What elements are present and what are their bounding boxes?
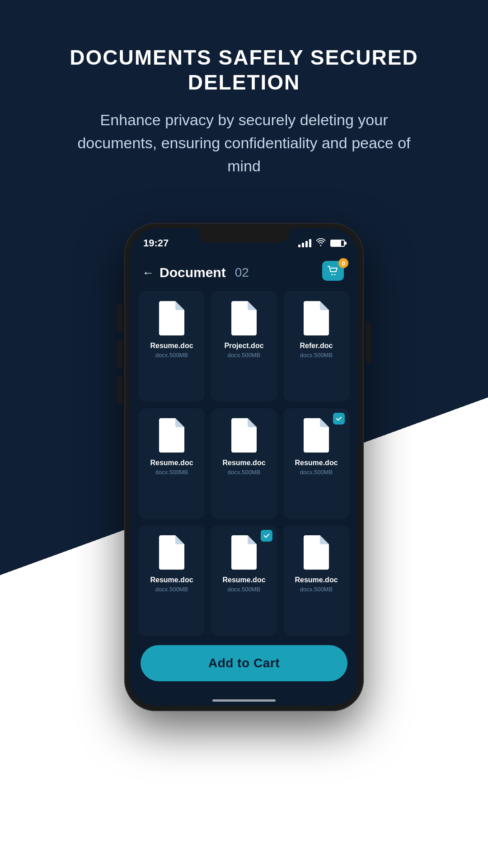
file-icon (302, 301, 331, 335)
status-icons (298, 238, 345, 249)
phone-outer: 19:27 (124, 223, 364, 711)
doc-name: Resume.doc (295, 576, 338, 584)
home-bar (212, 699, 276, 702)
doc-name: Resume.doc (222, 459, 265, 467)
battery-icon (330, 240, 345, 247)
doc-meta: docx.500MB (300, 586, 333, 593)
file-icon (230, 418, 258, 453)
cart-badge: 0 (338, 258, 348, 268)
home-indicator (130, 695, 358, 706)
check-badge (261, 530, 272, 542)
doc-card-1[interactable]: Resume.doc docx.500MB (139, 291, 205, 402)
doc-card-3[interactable]: Refer.doc docx.500MB (283, 291, 349, 402)
doc-card-9[interactable]: Resume.doc docx.500MB (283, 525, 349, 636)
doc-name: Project.doc (224, 342, 263, 350)
file-icon (302, 418, 331, 453)
doc-name: Refer.doc (300, 342, 333, 350)
signal-icon (298, 239, 311, 247)
add-to-cart-wrapper: Add to Cart (130, 636, 358, 695)
page-title: DOCUMENTS SAFELY SECURED DELETION (36, 45, 452, 95)
page-subtitle: Enhance privacy by securely deleting you… (59, 108, 429, 178)
status-time: 19:27 (143, 237, 169, 249)
app-header-left: ← Document 02 (142, 265, 249, 280)
file-icon (157, 535, 186, 570)
doc-name: Resume.doc (150, 459, 193, 467)
svg-point-0 (332, 274, 333, 275)
doc-card-5[interactable]: Resume.doc docx.500MB (211, 408, 277, 519)
doc-meta: docx.500MB (228, 586, 260, 593)
document-title: Document (160, 265, 226, 280)
wifi-icon (316, 238, 326, 249)
doc-meta: docx.500MB (300, 469, 333, 476)
doc-name: Resume.doc (150, 576, 193, 584)
doc-name: Resume.doc (150, 342, 193, 350)
svg-point-1 (334, 274, 336, 275)
doc-name: Resume.doc (295, 459, 338, 467)
doc-name: Resume.doc (222, 576, 265, 584)
back-arrow-icon[interactable]: ← (142, 266, 154, 280)
document-grid: Resume.doc docx.500MB Project.doc docx.5… (130, 291, 358, 636)
file-icon (230, 301, 258, 335)
doc-card-4[interactable]: Resume.doc docx.500MB (139, 408, 205, 519)
doc-meta: docx.500MB (228, 352, 260, 359)
doc-meta: docx.500MB (155, 586, 188, 593)
phone-notch (199, 228, 289, 243)
phone-screen: 19:27 (130, 228, 358, 706)
doc-card-8[interactable]: Resume.doc docx.500MB (211, 525, 277, 636)
app-header: ← Document 02 0 (130, 252, 358, 291)
file-icon (302, 535, 331, 570)
cart-icon-wrapper[interactable]: 0 (322, 261, 346, 284)
add-to-cart-button[interactable]: Add to Cart (141, 645, 347, 681)
file-icon (157, 418, 186, 453)
check-badge (333, 413, 345, 425)
document-count: 02 (235, 265, 249, 280)
header-section: DOCUMENTS SAFELY SECURED DELETION Enhanc… (0, 0, 488, 205)
doc-card-6[interactable]: Resume.doc docx.500MB (283, 408, 349, 519)
doc-card-2[interactable]: Project.doc docx.500MB (211, 291, 277, 402)
doc-meta: docx.500MB (300, 352, 333, 359)
doc-meta: docx.500MB (155, 352, 188, 359)
doc-meta: docx.500MB (228, 469, 260, 476)
file-icon (230, 535, 258, 570)
phone-mockup: 19:27 (124, 223, 364, 711)
doc-card-7[interactable]: Resume.doc docx.500MB (139, 525, 205, 636)
file-icon (157, 301, 186, 335)
doc-meta: docx.500MB (155, 469, 188, 476)
